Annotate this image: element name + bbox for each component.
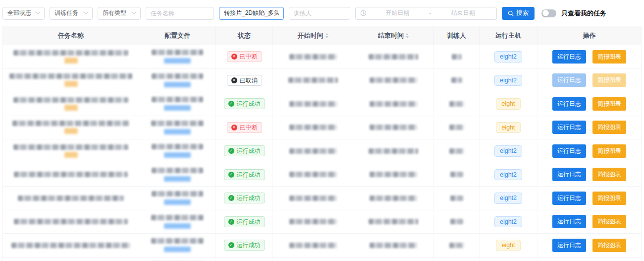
report-chart-button[interactable]: 简报图表	[592, 97, 626, 111]
config-link-redacted[interactable]	[164, 176, 191, 182]
config-link-redacted[interactable]	[164, 152, 191, 158]
task-tag-redacted	[64, 81, 78, 87]
end-time-cell	[353, 210, 434, 234]
end-time-cell	[353, 139, 434, 163]
host-tag: eight2	[494, 169, 522, 181]
config-link-redacted[interactable]	[164, 223, 191, 229]
my-tasks-toggle-label: 只查看我的任务	[561, 9, 606, 18]
sort-icon[interactable]	[325, 33, 328, 38]
task-name-redacted	[14, 172, 128, 177]
column-header-label: 运行主机	[495, 31, 521, 40]
config-link-redacted[interactable]	[164, 82, 191, 87]
host-cell: eight2	[480, 69, 537, 92]
end-time-cell	[353, 116, 434, 139]
task-tag-redacted	[64, 58, 78, 64]
config-link-redacted[interactable]	[164, 58, 191, 64]
report-chart-button[interactable]: 简报图表	[592, 121, 626, 134]
report-chart-button[interactable]: 简报图表	[592, 144, 626, 158]
task-name-redacted	[18, 196, 124, 201]
start-time-cell	[273, 163, 353, 187]
end-time-redacted	[369, 219, 418, 224]
config-link-redacted[interactable]	[164, 105, 191, 111]
report-chart-button[interactable]: 简报图表	[592, 239, 626, 252]
caret-down-icon	[325, 36, 328, 38]
end-time-redacted	[370, 101, 417, 107]
date-range-picker[interactable]: 开始日期 - 结束日期	[355, 7, 497, 20]
task-name-redacted	[13, 144, 128, 150]
start-time-cell	[273, 139, 353, 163]
report-chart-button[interactable]: 简报图表	[592, 215, 626, 228]
sort-icon[interactable]	[406, 33, 409, 38]
status-cell: ✓运行成功	[216, 163, 273, 187]
config-link-redacted[interactable]	[164, 247, 191, 252]
run-log-button[interactable]: 运行日志	[552, 168, 586, 181]
status-label: 运行成功	[237, 101, 261, 107]
status-badge: ✓运行成功	[224, 145, 265, 156]
report-chart-button[interactable]: 简报图表	[592, 168, 626, 181]
config-file-cell	[139, 234, 216, 257]
host-tag: eight2	[494, 75, 522, 86]
host-tag: eight	[496, 122, 520, 133]
trainer-redacted	[450, 196, 463, 201]
start-time-redacted	[289, 243, 337, 248]
status-badge: ✓运行成功	[224, 193, 265, 203]
type-filter-value: 所有类型	[103, 9, 126, 17]
start-time-redacted	[289, 101, 337, 107]
run-log-button[interactable]: 运行日志	[552, 144, 586, 158]
status-cell: ✓运行成功	[216, 210, 273, 234]
status-filter-select[interactable]: 全部状态	[2, 7, 45, 20]
run-log-button[interactable]: 运行日志	[552, 50, 586, 64]
run-log-button[interactable]: 运行日志	[552, 73, 586, 87]
run-log-button[interactable]: 运行日志	[552, 239, 586, 252]
run-log-button[interactable]: 运行日志	[552, 121, 586, 134]
end-date-placeholder[interactable]: 结束日期	[434, 9, 492, 17]
config-name-redacted	[151, 121, 204, 126]
my-tasks-toggle[interactable]	[541, 9, 556, 17]
run-log-button[interactable]: 运行日志	[552, 192, 586, 205]
status-cell: ✓运行成功	[216, 258, 273, 261]
tasks-table: 任务名称配置文件状态开始时间结束时间训练人运行主机操作 ✕已中断eight2运行…	[2, 26, 642, 261]
start-time-cell	[273, 234, 353, 257]
report-chart-button[interactable]: 简报图表	[592, 50, 626, 64]
end-time-cell	[353, 187, 434, 210]
task-name-input[interactable]	[146, 7, 214, 20]
config-link-redacted[interactable]	[164, 199, 191, 205]
status-label: 已中断	[240, 125, 258, 130]
table-row: ✕已中断eight2运行日志简报图表	[3, 45, 641, 69]
column-header-start[interactable]: 开始时间	[273, 26, 353, 45]
end-time-redacted	[370, 243, 417, 248]
trainer-cell	[434, 163, 480, 187]
start-time-cell	[273, 258, 353, 261]
type-filter-select[interactable]: 所有类型	[98, 7, 141, 20]
column-header-label: 配置文件	[164, 31, 190, 40]
status-label: 运行成功	[237, 219, 261, 225]
actions-cell: 运行日志简报图表	[537, 45, 641, 68]
config-file-cell	[139, 258, 216, 261]
search-button[interactable]: 搜索	[502, 7, 535, 20]
task-name-cell	[3, 234, 139, 257]
status-cell: ✓运行成功	[216, 234, 273, 257]
model-name-input[interactable]	[219, 7, 284, 20]
table-row: ✓运行成功eight运行日志简报图表	[3, 92, 641, 116]
column-header-end[interactable]: 结束时间	[353, 26, 434, 45]
run-log-button[interactable]: 运行日志	[552, 97, 586, 111]
column-header-label: 开始时间	[298, 31, 323, 40]
config-name-redacted	[151, 238, 204, 244]
start-time-redacted	[289, 148, 337, 154]
category-filter-select[interactable]: 训练任务	[50, 7, 93, 20]
search-icon	[508, 10, 514, 16]
table-row: ✕已中断eight运行日志简报图表	[3, 116, 641, 140]
host-cell: eight2	[480, 139, 537, 163]
report-chart-button[interactable]: 简报图表	[592, 73, 626, 87]
host-tag: eight2	[494, 51, 522, 63]
table-row: ✓运行成功eight运行日志简报图表	[3, 258, 641, 261]
task-name-cell	[3, 69, 139, 92]
search-button-label: 搜索	[516, 9, 529, 17]
chevron-down-icon	[132, 9, 137, 14]
run-log-button[interactable]: 运行日志	[552, 215, 586, 228]
start-date-placeholder[interactable]: 开始日期	[369, 9, 427, 17]
start-time-redacted	[288, 77, 338, 83]
trainer-input[interactable]	[289, 7, 350, 20]
report-chart-button[interactable]: 简报图表	[592, 192, 626, 205]
config-link-redacted[interactable]	[164, 129, 191, 134]
